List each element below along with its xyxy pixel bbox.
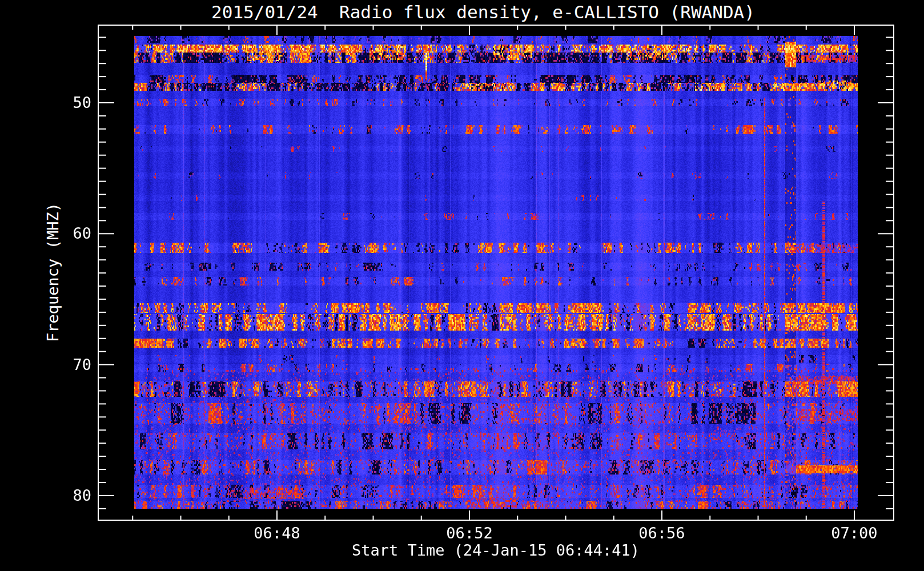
y-axis-title: Frequency (MHZ) <box>45 203 62 342</box>
y-tick-label: 80 <box>34 487 91 504</box>
spectrogram-image <box>134 36 858 509</box>
y-tick-label: 50 <box>34 94 91 111</box>
spectrogram-window: 2015/01/24 Radio flux density, e-CALLIST… <box>0 0 924 571</box>
y-tick-label: 60 <box>34 225 91 242</box>
x-tick-label: 06:48 <box>231 525 323 542</box>
y-tick-label: 70 <box>34 356 91 373</box>
plot-title: 2015/01/24 Radio flux density, e-CALLIST… <box>211 2 755 22</box>
x-axis-title: Start Time (24-Jan-15 06:44:41) <box>352 542 640 559</box>
x-tick-label: 06:56 <box>616 525 708 542</box>
x-tick-label: 07:00 <box>809 525 900 542</box>
x-tick-label: 06:52 <box>424 525 515 542</box>
